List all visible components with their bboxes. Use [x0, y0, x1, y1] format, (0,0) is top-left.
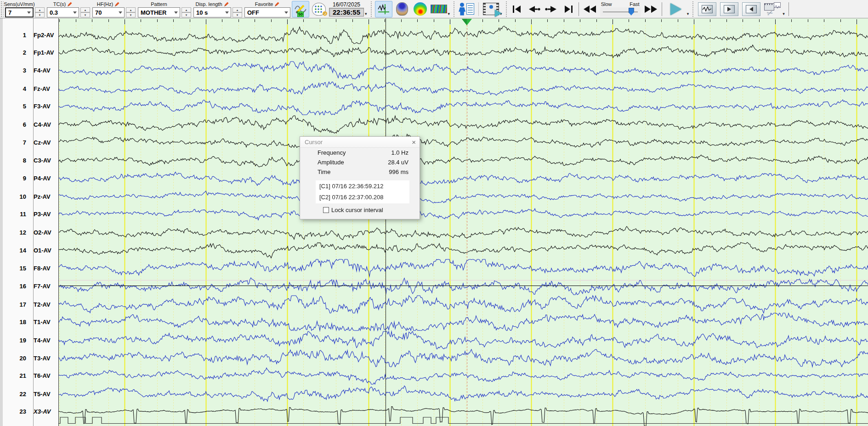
- tc-select[interactable]: 0.3: [47, 7, 79, 17]
- play-button[interactable]: [665, 1, 686, 17]
- clip-dropdown-icon[interactable]: ▾: [783, 11, 785, 16]
- patient-report-icon: [459, 2, 474, 16]
- separator: [478, 2, 479, 16]
- channel-label-Fp2-AV[interactable]: 1Fp2-AV: [0, 31, 58, 39]
- edit-pencil-icon[interactable]: [114, 1, 120, 7]
- display-length-spinner[interactable]: ▲▼: [233, 7, 242, 17]
- channel-label-O2-AV[interactable]: 12O2-AV: [0, 228, 58, 236]
- channel-label-P4-AV[interactable]: 9P4-AV: [0, 174, 58, 182]
- montage-setup-button[interactable]: ⚙: [310, 1, 328, 17]
- channel-label-F8-AV[interactable]: 15F8-AV: [0, 264, 58, 272]
- analysis-dropdown-icon[interactable]: ▾: [448, 11, 450, 16]
- separator: [662, 2, 662, 16]
- toolbar-grip[interactable]: [1, 1, 4, 17]
- panel-forward-button[interactable]: [720, 2, 738, 16]
- speed-slider[interactable]: Slow Fast: [600, 1, 641, 17]
- notch-50-badge: 50: [297, 11, 304, 17]
- favorite-label: Favorite: [255, 1, 273, 7]
- datetime-dropdown-icon[interactable]: ▾: [365, 11, 367, 16]
- patient-report-button[interactable]: [458, 1, 475, 17]
- channel-label-P3-AV[interactable]: 11P3-AV: [0, 210, 58, 218]
- fast-label: Fast: [630, 1, 639, 7]
- channel-label-O1-AV[interactable]: 14O1-AV: [0, 246, 58, 254]
- channel-label-T2-AV[interactable]: 17T2-AV: [0, 300, 58, 308]
- spin-down-icon: ▼: [80, 12, 90, 17]
- spin-up-icon: ▲: [35, 7, 45, 12]
- go-to-start-button[interactable]: [510, 1, 526, 17]
- cursor1-timestamp: [C1] 07/16 22:36:59.212: [319, 183, 406, 190]
- pattern-spinner[interactable]: ▲▼: [182, 7, 191, 17]
- channel-label-T3-AV[interactable]: 20T3-AV: [0, 354, 58, 362]
- channel-label-C4-AV[interactable]: 6C4-AV: [0, 120, 58, 129]
- pattern-label: Pattern: [151, 1, 167, 7]
- channel-label-T6-AV[interactable]: 21T6-AV: [0, 371, 58, 380]
- channel-label-T4-AV[interactable]: 19T4-AV: [0, 336, 58, 344]
- panel-back-button[interactable]: [742, 2, 760, 16]
- pattern-select[interactable]: MOTHER: [138, 7, 180, 17]
- time-text[interactable]: 22:36:55: [329, 8, 364, 17]
- channel-label-T1-AV[interactable]: 18T1-AV: [0, 318, 58, 326]
- go-to-end-button[interactable]: [559, 1, 576, 17]
- edit-pencil-icon[interactable]: [224, 1, 229, 7]
- channel-label-Cz-AV[interactable]: 7Cz-AV: [0, 138, 58, 146]
- hf-combo: HF(Hz) 70: [92, 0, 125, 17]
- rewind-button[interactable]: [582, 1, 598, 17]
- cursor-dialog-titlebar[interactable]: Cursor ×: [300, 137, 420, 148]
- channel-label-Fp1-AV[interactable]: 2Fp1-AV: [0, 48, 58, 56]
- notch-filter-button[interactable]: 50: [292, 1, 309, 17]
- channel-label-Pz-AV[interactable]: 10Pz-AV: [0, 192, 58, 201]
- eeg-trace-canvas[interactable]: [59, 18, 868, 426]
- tc-spinner[interactable]: ▲▼: [80, 7, 90, 17]
- edit-pencil-icon[interactable]: [67, 1, 73, 7]
- rewind-icon: [583, 5, 597, 13]
- channel-label-T5-AV[interactable]: 22T5-AV: [0, 390, 58, 398]
- topography-map-button[interactable]: [412, 1, 429, 17]
- edit-pencil-icon[interactable]: [274, 1, 280, 7]
- hf-spinner[interactable]: ▲▼: [126, 7, 136, 17]
- sensitivity-select[interactable]: 7: [5, 7, 34, 17]
- video-clip-button[interactable]: ✂: [763, 1, 782, 17]
- channel-label-X3-AV[interactable]: 23X3-AV: [0, 407, 58, 415]
- trace-area[interactable]: [58, 18, 868, 426]
- lock-cursor-checkbox[interactable]: [323, 207, 329, 213]
- favorite-select[interactable]: OFF: [244, 7, 290, 17]
- play-icon: [670, 3, 681, 15]
- channel-label-F3-AV[interactable]: 5F3-AV: [0, 102, 58, 110]
- wave-window-icon: [702, 5, 713, 13]
- video-playback-button[interactable]: [482, 1, 499, 17]
- fast-forward-icon: [643, 5, 658, 13]
- go-to-start-icon: [512, 5, 524, 13]
- pattern-combo: Pattern MOTHER: [138, 0, 180, 17]
- wave-window-button[interactable]: [698, 2, 716, 16]
- lock-cursor-row: Lock cursor interval: [323, 207, 420, 213]
- page-back-button[interactable]: [526, 1, 543, 17]
- spectrogram-button[interactable]: [430, 1, 448, 17]
- display-length-combo: Disp. length 10 s: [193, 0, 231, 17]
- cursor2-timestamp: [C2] 07/16 22:37:00.208: [319, 194, 406, 201]
- separator: [371, 1, 372, 17]
- spin-up-icon: ▲: [182, 7, 191, 12]
- channel-label-C3-AV[interactable]: 8C3-AV: [0, 156, 58, 164]
- page-forward-button[interactable]: [543, 1, 559, 17]
- spin-up-icon: ▲: [126, 7, 136, 12]
- cursor-measure-button[interactable]: [375, 1, 392, 17]
- close-icon[interactable]: ×: [412, 139, 416, 146]
- channel-label-Fz-AV[interactable]: 4Fz-AV: [0, 84, 58, 93]
- go-to-end-icon: [562, 5, 573, 13]
- play-dropdown-icon[interactable]: ▾: [687, 11, 689, 16]
- page-forward-icon: [544, 5, 558, 13]
- chevron-down-icon: [174, 11, 178, 14]
- topography-icon: [414, 2, 427, 16]
- date-text: 16/07/2025: [333, 1, 360, 8]
- display-length-select[interactable]: 10 s: [193, 7, 231, 17]
- chevron-down-icon: [73, 11, 77, 14]
- frequency-value: 1.0 Hz: [391, 149, 408, 156]
- spin-down-icon: ▼: [182, 12, 191, 17]
- fast-forward-button[interactable]: [642, 1, 659, 17]
- head-3d-map-button[interactable]: [393, 1, 411, 17]
- sensitivity-spinner[interactable]: ▲▼: [35, 7, 45, 17]
- hf-select[interactable]: 70: [92, 7, 125, 17]
- channel-label-F4-AV[interactable]: 3F4-AV: [0, 66, 58, 74]
- channel-label-F7-AV[interactable]: 16F7-AV: [0, 282, 58, 290]
- spin-down-icon: ▼: [126, 12, 136, 17]
